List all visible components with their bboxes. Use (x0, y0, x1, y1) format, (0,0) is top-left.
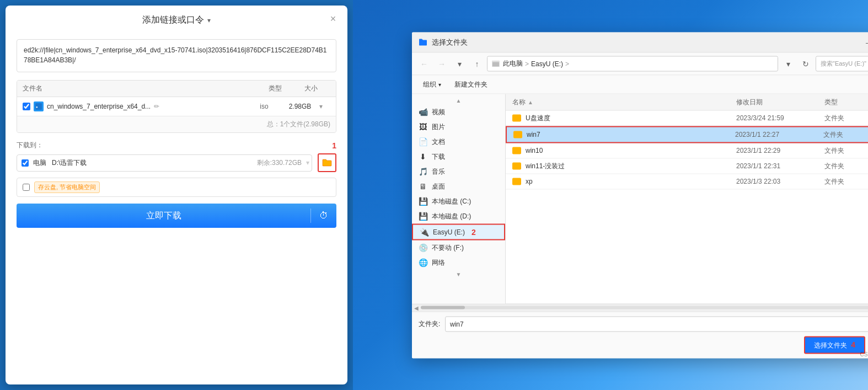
search-bar[interactable]: 搜索"EasyU (E:)" 🔍 (816, 56, 868, 71)
file-type: 文件夹 (824, 113, 868, 122)
address-drive: EasyU (E:) (531, 60, 563, 67)
address-dropdown-button[interactable]: ▾ (780, 56, 796, 71)
window-controls: — □ ✕ (864, 36, 868, 47)
sidebar-documents-label: 文档 (432, 137, 445, 146)
file-table-row[interactable]: ● cn_windows_7_enterprise_x64_d... ✏ iso… (17, 97, 336, 116)
file-dialog-content: ▲ 📹 视频 🖼 图片 📄 文档 ⬇ 下载 🎵 (412, 94, 868, 303)
download-label-text: 下载到： (17, 141, 43, 150)
download-path-row: 电脑 D:\迅雷下载 剩余:330.72GB ▾ (17, 154, 312, 172)
scroll-left-icon[interactable]: ◀ (414, 304, 419, 311)
sort-arrow-icon: ▲ (528, 99, 533, 105)
url-input[interactable]: ed2k://|file|cn_windows_7_enterprise_x64… (17, 39, 336, 72)
dialog-header: 添加链接或口令 ▾ × (6, 6, 347, 33)
network-icon: 🌐 (419, 258, 427, 267)
table-row[interactable]: win10 2023/1/1 22:29 文件夹 (506, 143, 868, 158)
pc-label: 电脑 (33, 155, 50, 171)
file-list-header: 名称 ▲ 修改日期 类型 大小 (506, 94, 868, 110)
cloud-tag: 存云盘, 节省电脑空间 (34, 181, 100, 193)
sidebar-item-documents[interactable]: 📄 文档 (412, 134, 505, 149)
cloud-checkbox[interactable] (23, 184, 30, 191)
svg-rect-3 (492, 62, 499, 66)
sidebar-item-music[interactable]: 🎵 音乐 (412, 164, 505, 179)
sidebar-item-easyu[interactable]: 🔌 EasyU (E:) 2 (412, 223, 505, 240)
col-type-header[interactable]: 类型 (824, 97, 868, 106)
folder-icon (512, 114, 521, 121)
sidebar-item-downloads[interactable]: ⬇ 下载 (412, 149, 505, 164)
file-date: 2023/1/1 22:31 (736, 162, 824, 170)
minimize-button[interactable]: — (864, 36, 868, 47)
sidebar-item-pictures[interactable]: 🖼 图片 (412, 119, 505, 134)
dialog-body: ed2k://|file|cn_windows_7_enterprise_x64… (6, 33, 347, 384)
col-name-header: 文件名 (23, 84, 259, 93)
folder-icon (513, 131, 522, 138)
file-type-icon: ● (34, 101, 44, 111)
horizontal-scrollbar[interactable]: ◀ ▶ (412, 303, 868, 311)
organize-arrow-icon: ▾ (438, 81, 441, 87)
file-row-name: ● cn_windows_7_enterprise_x64_d... ✏ (23, 101, 248, 111)
organize-button[interactable]: 组织 ▾ (419, 77, 446, 91)
scrollbar-track[interactable] (421, 306, 868, 309)
filename-text: U盘速度 (526, 113, 550, 122)
file-type: 文件夹 (824, 177, 868, 186)
file-date: 2023/1/1 22:29 (736, 147, 824, 154)
table-row[interactable]: win11-没装过 2023/1/1 22:31 文件夹 (506, 158, 868, 174)
close-button[interactable]: × (328, 13, 339, 24)
folder-icon (512, 178, 521, 185)
filename-text: win7 (527, 131, 540, 138)
file-size: 2.98GB (281, 103, 319, 110)
sidebar-item-drive-d[interactable]: 💾 本地磁盘 (D:) (412, 209, 505, 223)
refresh-button[interactable]: ↻ (798, 56, 813, 71)
document-icon: 📄 (419, 137, 427, 146)
music-icon: 🎵 (419, 167, 427, 176)
file-date: 2023/1/3 22:03 (736, 178, 824, 185)
forward-button[interactable]: → (434, 56, 449, 71)
select-folder-button[interactable]: 选择文件夹 4 (804, 336, 865, 354)
sidebar-item-videos[interactable]: 📹 视频 (412, 104, 505, 119)
sidebar-desktop-label: 桌面 (432, 181, 445, 191)
pc-checkbox[interactable] (22, 159, 29, 167)
up-button[interactable]: ↑ (469, 56, 485, 71)
file-dialog-titlebar: 选择文件夹 — □ ✕ (412, 32, 868, 52)
sidebar-item-drive-c[interactable]: 💾 本地磁盘 (C:) (412, 194, 505, 209)
sidebar-item-desktop[interactable]: 🖥 桌面 (412, 179, 505, 194)
dialog-title: 添加链接或口令 ▾ (142, 14, 211, 26)
remaining-space: 剩余:330.72GB (253, 155, 306, 171)
file-type: 文件夹 (824, 161, 868, 170)
easyu-badge: 2 (471, 227, 476, 236)
file-checkbox[interactable] (23, 103, 30, 110)
timer-icon[interactable]: ⏱ (311, 204, 336, 228)
new-folder-button[interactable]: 新建文件夹 (450, 77, 492, 91)
svg-text:●: ● (36, 105, 38, 109)
filename-text: win10 (526, 147, 543, 154)
col-name-header[interactable]: 名称 ▲ (512, 97, 736, 106)
folder-name-input[interactable] (445, 316, 868, 332)
usb-icon: 🔌 (420, 227, 428, 236)
download-path: D:\迅雷下载 (50, 155, 253, 171)
sidebar-item-drive-f[interactable]: 💿 不要动 (F:) (412, 240, 505, 255)
download-badge: 1 (332, 141, 336, 150)
dropdown-arrow-icon[interactable]: ▾ (306, 159, 312, 167)
edit-icon[interactable]: ✏ (154, 103, 159, 110)
expand-icon[interactable]: ▾ (319, 103, 330, 110)
scrollbar-thumb[interactable] (421, 306, 465, 309)
folder-browse-button[interactable] (318, 153, 336, 172)
download-button[interactable]: 立即下载 ⏱ (17, 204, 336, 228)
dialog-folder-icon (419, 38, 427, 46)
table-row[interactable]: xp 2023/1/3 22:03 文件夹 (506, 174, 868, 189)
col-date-header[interactable]: 修改日期 (736, 97, 824, 106)
back-button[interactable]: ← (416, 56, 432, 71)
file-table-header: 文件名 类型 大小 (17, 81, 336, 97)
file-type: iso (248, 103, 281, 110)
sidebar-item-network[interactable]: 🌐 网络 (412, 255, 505, 270)
download-to-label: 下载到： 1 (17, 141, 336, 150)
picture-icon: 🖼 (419, 122, 427, 131)
table-row[interactable]: win7 2023/1/1 22:27 文件夹 3 (506, 126, 868, 143)
address-this-pc: 此电脑 (503, 59, 523, 68)
col-type-header: 类型 (259, 84, 292, 93)
dropdown-nav-button[interactable]: ▾ (452, 56, 467, 71)
address-bar[interactable]: 此电脑 > EasyU (E:) > (487, 56, 778, 71)
address-sep1: > (525, 60, 529, 67)
file-name: cn_windows_7_enterprise_x64_d... (47, 103, 151, 110)
sidebar-pictures-label: 图片 (432, 122, 445, 131)
table-row[interactable]: U盘速度 2023/3/24 21:59 文件夹 (506, 110, 868, 126)
